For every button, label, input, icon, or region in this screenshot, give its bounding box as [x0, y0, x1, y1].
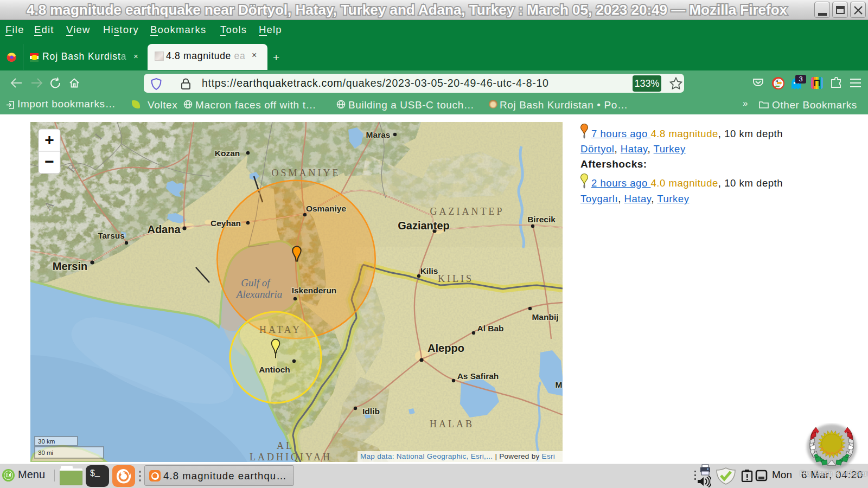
svg-text:AL: AL	[277, 440, 294, 451]
svg-text:As Safirah: As Safirah	[457, 371, 499, 381]
svg-text:−: −	[44, 152, 54, 170]
svg-text:4.8 magnitude earthquake near: 4.8 magnitude earthquake near Dörtyol, H…	[27, 2, 788, 18]
svg-text:Iskenderun: Iskenderun	[292, 286, 337, 295]
svg-text:Osmaniye: Osmaniye	[306, 204, 346, 213]
svg-text:Mersin: Mersin	[53, 260, 87, 272]
svg-text:30 mi: 30 mi	[38, 450, 53, 456]
svg-text:+: +	[44, 131, 54, 149]
svg-text:OSMANIYE: OSMANIYE	[271, 168, 340, 178]
svg-text:HATAY: HATAY	[259, 324, 302, 335]
svg-text:Birecik: Birecik	[527, 215, 556, 224]
svg-text:30 km: 30 km	[38, 438, 55, 445]
svg-text:Ceyhan: Ceyhan	[210, 219, 241, 228]
svg-text:GAZIANTEP: GAZIANTEP	[430, 206, 505, 217]
svg-text:LADHIQIYAH: LADHIQIYAH	[250, 452, 332, 462]
svg-text:Aleppo: Aleppo	[427, 342, 464, 354]
svg-text:Adana: Adana	[147, 223, 181, 235]
svg-text:KILIS: KILIS	[438, 273, 474, 284]
svg-text:M: M	[556, 380, 563, 389]
svg-text:Gulf of: Gulf of	[241, 277, 271, 288]
svg-text:Kozan: Kozan	[215, 149, 240, 158]
svg-text:Map data: National Geographic,: Map data: National Geographic, Esri,... …	[360, 452, 555, 460]
svg-text:Al Bab: Al Bab	[477, 324, 503, 333]
svg-text:Tarsus: Tarsus	[98, 231, 125, 240]
svg-text:Antioch: Antioch	[259, 365, 290, 374]
svg-text:Alexandria: Alexandria	[235, 288, 282, 300]
svg-text:Manbij: Manbij	[532, 312, 558, 322]
svg-text:HALAB: HALAB	[430, 419, 474, 429]
svg-text:Maras: Maras	[366, 130, 391, 139]
svg-text:Kilis: Kilis	[420, 266, 438, 275]
svg-text:Gaziantep: Gaziantep	[398, 220, 450, 232]
svg-text:Idlib: Idlib	[362, 407, 380, 416]
